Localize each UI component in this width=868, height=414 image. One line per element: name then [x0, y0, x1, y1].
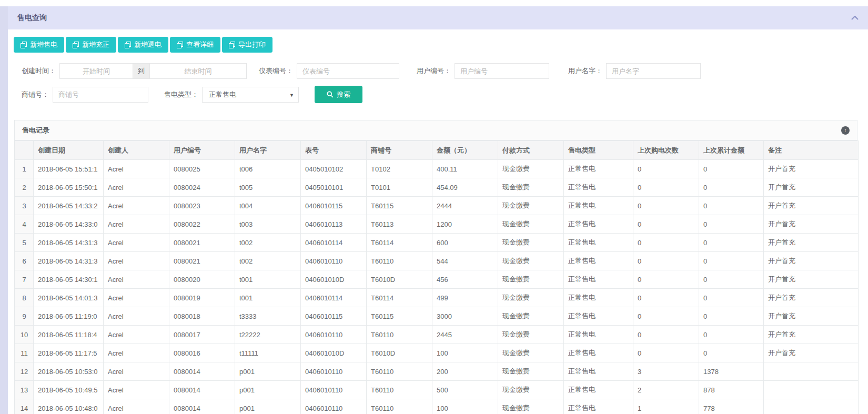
table-cell: 0080020: [169, 270, 235, 289]
table-row[interactable]: 62018-06-05 14:31:3Acrel0080021t00204060…: [15, 252, 859, 270]
add-refund-button[interactable]: 新增退电: [118, 37, 168, 53]
table-cell: 正常售电: [564, 160, 633, 178]
user-no-input[interactable]: [455, 63, 549, 79]
page-title: 售电查询: [17, 13, 47, 23]
table-cell: 0405010102: [301, 160, 367, 178]
table-cell: t3333: [235, 307, 301, 326]
table-row[interactable]: 42018-06-05 14:33:0Acrel0080022t00304060…: [15, 215, 859, 234]
table-cell: 开户首充: [764, 326, 859, 344]
shop-no-label: 商铺号：: [22, 90, 49, 99]
table-cell: 2018-06-05 14:31:3: [34, 252, 104, 270]
row-number-cell: 14: [15, 399, 34, 414]
table-cell: 0080014: [169, 399, 235, 414]
table-cell: 0: [699, 289, 764, 307]
shop-no-input[interactable]: [53, 87, 148, 103]
toolbar-button-label: 新增售电: [30, 40, 57, 49]
table-cell: 0405010101: [301, 178, 367, 197]
table-cell: 2444: [432, 197, 498, 215]
table-cell: 878: [699, 381, 764, 399]
meter-no-filter: 仪表编号：: [259, 63, 399, 79]
table-cell: 正常售电: [564, 326, 633, 344]
table-cell: 0406010110: [301, 362, 367, 381]
table-cell: 0080019: [169, 289, 235, 307]
table-cell: 100: [432, 344, 498, 362]
table-cell: 正常售电: [564, 252, 633, 270]
table-cell: 2445: [432, 326, 498, 344]
table-cell: 1: [633, 399, 699, 414]
table-row[interactable]: 52018-06-05 14:31:3Acrel0080021t00204060…: [15, 234, 859, 252]
user-no-filter: 用户编号：: [417, 63, 549, 79]
table-row[interactable]: 132018-06-05 10:49:5Acrel0080014p0010406…: [15, 381, 859, 399]
user-name-input[interactable]: [606, 63, 701, 79]
panel-title: 售电记录: [22, 126, 49, 135]
end-time-input[interactable]: [149, 63, 247, 79]
table-row[interactable]: 32018-06-05 14:33:2Acrel0080023t00404060…: [15, 197, 859, 215]
table-row[interactable]: 12018-06-05 15:51:1Acrel0080025t00604050…: [15, 160, 859, 178]
table-cell: T60113: [367, 215, 432, 234]
table-cell: 0: [699, 197, 764, 215]
table-cell: 开户首充: [764, 307, 859, 326]
table-cell: Acrel: [104, 252, 169, 270]
table-cell: T60115: [367, 307, 432, 326]
table-cell: t002: [235, 252, 301, 270]
table-row[interactable]: 92018-06-05 11:19:0Acrel0080018t33330406…: [15, 307, 859, 326]
left-margin: [0, 6, 8, 414]
search-button[interactable]: 搜索: [315, 86, 362, 103]
table-cell: p001: [235, 381, 301, 399]
column-header: 创建人: [104, 141, 169, 160]
table-cell: Acrel: [104, 234, 169, 252]
filter-row-1: 创建时间： 到 仪表编号： 用户编号： 用户名字：: [8, 63, 868, 79]
sale-type-label: 售电类型：: [164, 90, 198, 99]
table-cell: 正常售电: [564, 197, 633, 215]
column-header: 金额（元）: [432, 141, 498, 160]
row-number-cell: 2: [15, 178, 34, 197]
table-cell: 3000: [432, 307, 498, 326]
table-row[interactable]: 82018-06-05 14:01:3Acrel0080019t00104060…: [15, 289, 859, 307]
table-cell: 0: [699, 326, 764, 344]
table-row[interactable]: 72018-06-05 14:30:1Acrel0080020t00104060…: [15, 270, 859, 289]
meter-no-input[interactable]: [297, 63, 399, 79]
table-cell: Acrel: [104, 270, 169, 289]
table-cell: 1378: [699, 362, 764, 381]
table-cell: T6010D: [367, 344, 432, 362]
table-cell: 现金缴费: [498, 307, 564, 326]
table-cell: 0: [699, 252, 764, 270]
table-cell: 2018-06-05 10:49:5: [34, 381, 104, 399]
table-cell: Acrel: [104, 160, 169, 178]
table-cell: 0: [633, 289, 699, 307]
table-row[interactable]: 102018-06-05 11:18:4Acrel0080017t2222204…: [15, 326, 859, 344]
content-area: 新增售电新增充正新增退电查看详细导出打印 创建时间： 到 仪表编号： 用户编号：…: [8, 29, 868, 414]
sale-records-panel: 售电记录 ↑ 创建日期创建人用户编号用户名字表号商铺号金额（元）付款方式售电类型…: [14, 120, 857, 414]
view-detail-button[interactable]: 查看详细: [170, 37, 220, 53]
table-cell: 400.11: [432, 160, 498, 178]
column-header: 用户名字: [235, 141, 301, 160]
table-cell: [764, 381, 859, 399]
table-cell: Acrel: [104, 197, 169, 215]
top-margin: [0, 0, 868, 6]
collapse-panel-icon[interactable]: [851, 16, 859, 20]
export-print-button[interactable]: 导出打印: [222, 37, 272, 53]
table-cell: 0: [699, 215, 764, 234]
table-cell: 0: [633, 344, 699, 362]
toolbar-button-label: 新增充正: [82, 40, 109, 49]
table-cell: 0: [633, 326, 699, 344]
start-time-input[interactable]: [59, 63, 133, 79]
table-cell: T60110: [367, 362, 432, 381]
table-row[interactable]: 142018-06-05 10:48:0Acrel0080014p0010406…: [15, 399, 859, 414]
table-cell: 2018-06-05 14:31:3: [34, 234, 104, 252]
toolbar: 新增售电新增充正新增退电查看详细导出打印: [8, 29, 868, 53]
table-row[interactable]: 112018-06-05 11:17:5Acrel0080016t1111104…: [15, 344, 859, 362]
table-cell: 正常售电: [564, 381, 633, 399]
add-correction-button[interactable]: 新增充正: [66, 37, 116, 53]
sale-type-select[interactable]: 正常售电 ▼: [202, 87, 299, 103]
scroll-top-icon[interactable]: ↑: [841, 126, 850, 135]
table-cell: 正常售电: [564, 307, 633, 326]
table-cell: 现金缴费: [498, 289, 564, 307]
table-row[interactable]: 122018-06-05 10:53:0Acrel0080014p0010406…: [15, 362, 859, 381]
table-row[interactable]: 22018-06-05 15:50:1Acrel0080024t00504050…: [15, 178, 859, 197]
table-cell: t001: [235, 289, 301, 307]
table-cell: Acrel: [104, 215, 169, 234]
toolbar-button-label: 查看详细: [186, 40, 214, 49]
add-sale-button[interactable]: 新增售电: [14, 37, 64, 53]
table-cell: 500: [432, 381, 498, 399]
